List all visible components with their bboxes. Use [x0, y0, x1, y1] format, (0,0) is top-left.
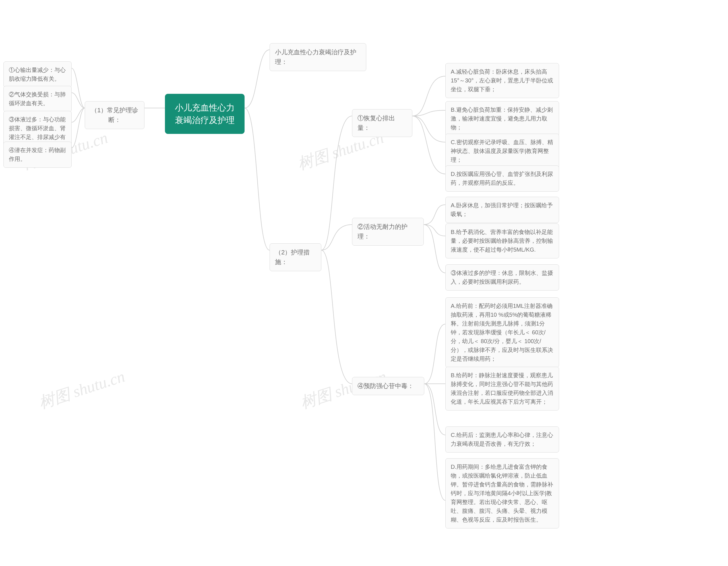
sub-branch-digitalis-toxicity[interactable]: ④预防强心苷中毒：: [352, 377, 424, 395]
left-branch-diagnosis[interactable]: （1）常见护理诊断：: [85, 101, 144, 129]
watermark: 树图 shutu.cn: [36, 366, 128, 414]
cardiac-output-c[interactable]: C.密切观察并记录呼吸、血压、脉搏、精神状态、肢体温度及尿量医学|教育网整理；: [445, 134, 559, 169]
activity-b[interactable]: B.给予易消化、营养丰富的食物以补足能量，必要时按医嘱给静脉高营养，控制输液速度…: [445, 224, 559, 259]
activity-fluid-excess[interactable]: ③体液过多的护理：休息，限制水、盐摄入，必要时按医嘱用利尿药。: [445, 265, 559, 290]
digitalis-c[interactable]: C.给药后：监测患儿心率和心律，注意心力衰竭表现是否改善，有无疗效；: [445, 426, 559, 453]
connector-lines: [0, 0, 728, 566]
sub-branch-activity-intolerance[interactable]: ②活动无耐力的护理：: [352, 218, 424, 246]
digitalis-b[interactable]: B.给药时：静脉注射速度要慢，观察患儿脉搏变化，同时注意强心苷不能与其他药液混合…: [445, 367, 559, 410]
cardiac-output-a[interactable]: A.减轻心脏负荷：卧床休息，床头抬高15°～30°，左心衰时，置患儿于半卧位或坐…: [445, 63, 559, 98]
sub-branch-cardiac-output[interactable]: ①恢复心排出量：: [352, 109, 412, 137]
cardiac-output-d[interactable]: D.按医嘱应用强心苷、血管扩张剂及利尿药，并观察用药后的反应。: [445, 166, 559, 192]
diagnosis-item-4[interactable]: ④潜在并发症：药物副作用。: [3, 142, 72, 168]
digitalis-a[interactable]: A.给药前：配药时必须用1ML注射器准确抽取药液，再用10 %或5%的葡萄糖液稀…: [445, 297, 559, 367]
root-node[interactable]: 小儿充血性心力衰竭治疗及护理: [165, 94, 245, 134]
right-branch-measures[interactable]: （2）护理措施：: [270, 243, 321, 271]
cardiac-output-b[interactable]: B.避免心脏负荷加重：保持安静、减少刺激，输液时速度宜慢，避免患儿用力取物；: [445, 101, 559, 136]
right-branch-title[interactable]: 小儿充血性心力衰竭治疗及护理：: [270, 43, 366, 71]
diagnosis-item-2[interactable]: ②气体交换受损：与肺循环淤血有关。: [3, 86, 72, 112]
digitalis-d[interactable]: D.用药期间：多给患儿进食富含钾的食物，或按医嘱给氯化钾溶液，防止低血钾。暂停进…: [445, 458, 559, 528]
diagnosis-item-1[interactable]: ①心输出量减少：与心肌收缩力降低有关。: [3, 61, 72, 88]
activity-a[interactable]: A.卧床休息，加强日常护理；按医嘱给予吸氧；: [445, 197, 559, 223]
